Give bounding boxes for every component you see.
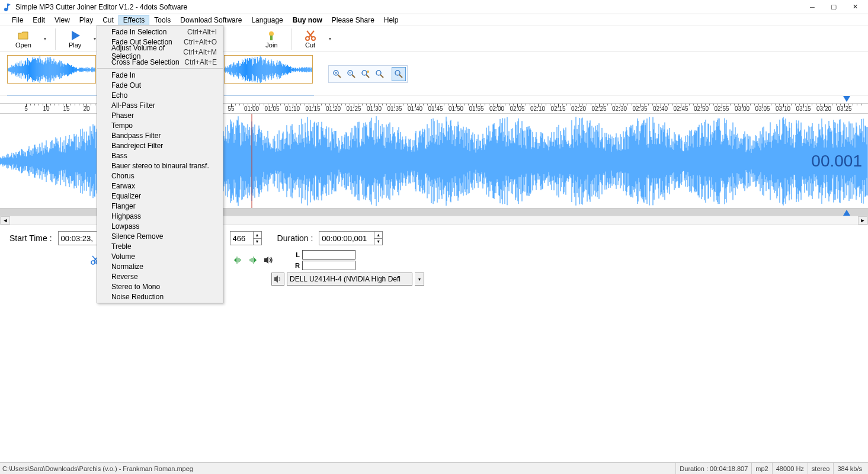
selection-end-icon[interactable] — [246, 254, 260, 267]
zoom-fit-button[interactable] — [373, 67, 387, 81]
effect-stereo-to-mono[interactable]: Stereo to Mono — [97, 281, 223, 292]
effect-noise-reduction[interactable]: Noise Reduction — [97, 292, 223, 302]
effects-dropdown: Fade In SelectionCtrl+Alt+I Fade Out Sel… — [97, 25, 223, 303]
status-samplerate: 48000 Hz — [772, 463, 808, 474]
effect-bandreject-filter[interactable]: Bandreject Filter — [97, 140, 223, 150]
minimize-button[interactable]: ─ — [802, 0, 823, 14]
ruler-label: 02:45 — [673, 105, 688, 112]
duration-input[interactable] — [319, 231, 374, 245]
audio-device-icon[interactable] — [271, 273, 284, 286]
effect-adjust-volume-selection[interactable]: Adjust Volume of SelectionCtrl+Alt+M — [97, 47, 223, 57]
scroll-right-button[interactable]: ► — [858, 216, 867, 225]
ruler-label: 03:20 — [816, 105, 831, 112]
cut-dropdown[interactable]: ▾ — [327, 36, 333, 41]
svg-point-320 — [395, 71, 400, 75]
effect-flanger[interactable]: Flanger — [97, 201, 223, 211]
start-time-input[interactable] — [58, 231, 100, 245]
speaker-icon[interactable] — [262, 254, 275, 267]
end-time-spinner[interactable]: ▲▼ — [254, 231, 262, 245]
effect-highpass[interactable]: Highpass — [97, 211, 223, 221]
ruler-label: 02:05 — [510, 105, 524, 112]
zoom-in-button[interactable] — [330, 67, 344, 81]
effect-volume[interactable]: Volume — [97, 251, 223, 261]
menu-please-share[interactable]: Please Share — [327, 15, 379, 25]
open-dropdown[interactable]: ▾ — [42, 36, 48, 41]
effect-reverse[interactable]: Reverse — [97, 271, 223, 281]
effect-fade-in-selection[interactable]: Fade In SelectionCtrl+Alt+I — [97, 27, 223, 37]
close-button[interactable]: ✕ — [844, 0, 866, 14]
menu-language[interactable]: Language — [246, 15, 287, 25]
end-marker[interactable] — [843, 96, 850, 102]
ruler-label: 01:00 — [244, 105, 259, 112]
effect-fade-in[interactable]: Fade In — [97, 70, 223, 80]
duration-spinner[interactable]: ▲▼ — [374, 231, 383, 245]
scroll-left-button[interactable]: ◄ — [1, 216, 10, 225]
selection-start-icon[interactable] — [231, 254, 244, 267]
effect-bandpass-filter[interactable]: Bandpass Filter — [97, 130, 223, 140]
menubar: File Edit View Play Cut Effects Tools Do… — [0, 14, 868, 26]
ruler-label: 02:25 — [591, 105, 606, 112]
effect-bass[interactable]: Bass — [97, 150, 223, 161]
audio-device-select[interactable]: DELL U2414H-4 (NVIDIA High Defi — [287, 273, 412, 286]
zoom-out-button[interactable] — [344, 67, 358, 81]
menu-view[interactable]: View — [50, 15, 75, 25]
end-time-input[interactable] — [230, 231, 254, 245]
menu-help[interactable]: Help — [379, 15, 403, 25]
svg-line-319 — [380, 75, 383, 78]
scissors-icon — [305, 30, 316, 41]
effect-all-pass-filter[interactable]: All-Pass Filter — [97, 100, 223, 110]
ruler-label: 02:35 — [632, 105, 647, 112]
ruler-label: 02:15 — [550, 105, 565, 112]
effect-silence-remove[interactable]: Silence Remove — [97, 231, 223, 241]
effect-cross-fade-selection[interactable]: Cross Fade SelectionCtrl+Alt+E — [97, 57, 223, 67]
menu-download-software[interactable]: Download Software — [175, 15, 246, 25]
play-button[interactable]: Play — [63, 28, 87, 50]
ruler-label: 5 — [24, 105, 28, 112]
folder-open-icon — [17, 30, 29, 41]
effect-lowpass[interactable]: Lowpass — [97, 221, 223, 231]
effect-echo[interactable]: Echo — [97, 90, 223, 100]
ruler-label: 03:00 — [735, 105, 750, 112]
status-bitrate: 384 kb/s — [833, 463, 866, 474]
end-marker-bottom[interactable] — [843, 210, 850, 216]
ruler-label: 01:20 — [326, 105, 341, 112]
status-file-path: C:\Users\Sara\Downloads\Parchis (v.o.) -… — [2, 465, 675, 472]
effect-tempo[interactable]: Tempo — [97, 120, 223, 130]
ruler-label: 02:00 — [489, 105, 504, 112]
level-r-meter — [302, 261, 355, 270]
waveform-mini-1 — [8, 56, 95, 84]
menu-buy-now[interactable]: Buy now — [288, 15, 327, 25]
effect-phaser[interactable]: Phaser — [97, 110, 223, 120]
segment-box-1[interactable] — [7, 55, 96, 84]
audio-device-dropdown[interactable]: ▾ — [415, 273, 424, 286]
window-title: Simple MP3 Cutter Joiner Editor V1.2 - 4… — [15, 3, 802, 11]
separator — [291, 28, 292, 50]
effect-chorus[interactable]: Chorus — [97, 171, 223, 181]
effect-equalizer[interactable]: Equalizer — [97, 191, 223, 201]
effect-earwax[interactable]: Earwax — [97, 181, 223, 191]
effect-fade-out[interactable]: Fade Out — [97, 80, 223, 90]
effect-normalize[interactable]: Normalize — [97, 261, 223, 271]
menu-cut[interactable]: Cut — [98, 15, 118, 25]
svg-line-309 — [338, 75, 341, 78]
segment-box-2[interactable] — [224, 55, 313, 84]
open-button[interactable]: Open — [9, 28, 37, 50]
effect-treble[interactable]: Treble — [97, 241, 223, 251]
zoom-selection-button[interactable] — [358, 67, 373, 81]
maximize-button[interactable]: ▢ — [823, 0, 844, 14]
menu-effects[interactable]: Effects — [118, 15, 149, 25]
menu-edit[interactable]: Edit — [28, 15, 50, 25]
status-bar: C:\Users\Sara\Downloads\Parchis (v.o.) -… — [0, 462, 868, 474]
ruler-label: 01:35 — [387, 105, 402, 112]
menu-file[interactable]: File — [7, 15, 28, 25]
menu-play[interactable]: Play — [75, 15, 98, 25]
effect-bauer-stereo-to-binaural-transf-[interactable]: Bauer stereo to binaural transf. — [97, 161, 223, 171]
join-button[interactable]: Join — [260, 28, 283, 50]
svg-point-315 — [362, 71, 367, 75]
waveform-mini-2 — [225, 56, 312, 84]
svg-point-1788 — [91, 261, 95, 264]
zoom-tool-button[interactable] — [392, 67, 406, 81]
cut-button[interactable]: Cut — [299, 28, 322, 50]
menu-tools[interactable]: Tools — [149, 15, 175, 25]
ruler-label: 01:55 — [469, 105, 483, 112]
